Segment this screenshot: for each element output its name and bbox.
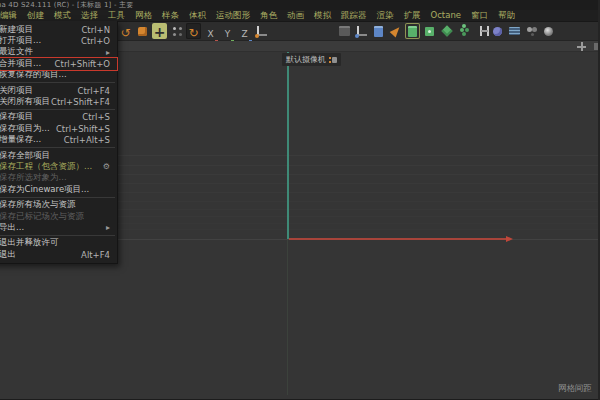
menu-item-label: 保存项目为... xyxy=(0,123,50,135)
axis-z-icon-button[interactable] xyxy=(237,23,252,39)
menu-item-label: 增量保存... xyxy=(0,134,41,146)
field-icon-button[interactable] xyxy=(473,23,488,39)
file-menu-item[interactable]: 最近文件▸ xyxy=(0,47,117,58)
menubar-item-运动图形[interactable]: 运动图形 xyxy=(211,10,255,22)
file-menu-item: 保存已标记场次与资源 xyxy=(0,211,117,222)
x-axis-arrow-icon xyxy=(506,236,513,242)
gear-icon: ⚙ xyxy=(103,163,110,171)
file-menu-item[interactable]: 保存所有场次与资源 xyxy=(0,199,117,210)
file-menu-item[interactable]: 保存为Cineware项目... xyxy=(0,184,117,195)
menubar-item-动画[interactable]: 动画 xyxy=(282,10,309,22)
coordinate-system-icon-button[interactable] xyxy=(254,23,269,39)
menubar-item-模拟[interactable]: 模拟 xyxy=(309,10,336,22)
render-view-icon xyxy=(339,26,350,36)
camera-label-chip[interactable]: 默认摄像机 xyxy=(282,53,341,66)
pen-spline-icon-button[interactable] xyxy=(388,23,403,39)
menubar-item-Octane[interactable]: Octane xyxy=(426,10,467,22)
move-tool-icon xyxy=(154,22,166,41)
menu-item-label: 保存为Cineware项目... xyxy=(0,184,89,196)
undo-icon-button[interactable] xyxy=(118,23,133,39)
file-menu-item[interactable]: 关闭项目Ctrl+F4 xyxy=(0,85,117,96)
axis-y-icon-button[interactable] xyxy=(220,23,235,39)
file-menu: 新建项目Ctrl+N打开项目...Ctrl+O最近文件▸合并项目...Ctrl+… xyxy=(0,21,118,264)
axis-x-icon xyxy=(207,22,213,41)
submenu-arrow-icon: ▸ xyxy=(106,48,110,57)
menu-separator xyxy=(0,109,115,110)
menu-item-label: 保存所有场次与资源 xyxy=(0,199,76,211)
menubar-item-模式[interactable]: 模式 xyxy=(49,10,76,22)
scale-tool-icon-button[interactable] xyxy=(169,23,184,39)
coordinate-system-icon xyxy=(257,26,267,36)
cube-primitive-icon-button[interactable] xyxy=(371,23,386,39)
submenu-arrow-icon: ▸ xyxy=(106,223,110,232)
file-menu-item[interactable]: 新建项目Ctrl+N xyxy=(0,24,117,35)
camera-label: 默认摄像机 xyxy=(286,54,326,65)
menu-item-label: 退出 xyxy=(0,249,16,261)
file-menu-item[interactable]: 保存全部项目 xyxy=(0,150,117,161)
light-icon xyxy=(544,27,553,36)
file-menu-item[interactable]: 保存项目为...Ctrl+Shift+S xyxy=(0,123,117,134)
file-menu-item[interactable]: 打开项目...Ctrl+O xyxy=(0,35,117,46)
toolbar-left-group xyxy=(118,23,271,39)
menubar-item-角色[interactable]: 角色 xyxy=(255,10,282,22)
file-menu-item-highlighted[interactable]: 合并项目...Ctrl+Shift+O xyxy=(0,58,117,69)
file-menu-item[interactable]: 关闭所有项目Ctrl+Shift+F4 xyxy=(0,96,117,107)
camera-toggle-icon[interactable] xyxy=(329,56,337,64)
render-settings-icon xyxy=(357,26,367,36)
menubar-item-工具[interactable]: 工具 xyxy=(103,10,130,22)
menu-item-label: 保存已标记场次与资源 xyxy=(0,211,84,223)
floor-icon-button[interactable] xyxy=(507,23,522,39)
menubar-item-扩展[interactable]: 扩展 xyxy=(399,10,426,22)
menubar-item-窗口[interactable]: 窗口 xyxy=(466,10,493,22)
menu-separator xyxy=(0,235,115,236)
axis-y-icon xyxy=(225,22,231,41)
axis-x-icon-button[interactable] xyxy=(203,23,218,39)
live-selection-icon xyxy=(138,27,147,36)
file-menu-item[interactable]: 导出...▸ xyxy=(0,222,117,233)
live-selection-icon-button[interactable] xyxy=(135,23,150,39)
file-menu-item[interactable]: 退出并释放许可 xyxy=(0,238,117,249)
title-bar: Cinema 4D S24.111 (RC) - [未标题 1] - 主要 xyxy=(0,0,598,10)
menubar-item-渲染[interactable]: 渲染 xyxy=(372,10,399,22)
menu-separator xyxy=(0,197,115,198)
light-icon-button[interactable] xyxy=(541,23,556,39)
viewport-nav-partial-icon[interactable] xyxy=(594,43,598,50)
camera-icon-button[interactable] xyxy=(524,23,539,39)
menu-item-label: 导出... xyxy=(0,222,24,234)
pan-view-icon[interactable] xyxy=(577,42,586,51)
file-menu-item[interactable]: 增量保存...Ctrl+Alt+S xyxy=(0,135,117,146)
rotate-tool-icon xyxy=(188,22,198,41)
file-menu-item[interactable]: 恢复保存的项目... xyxy=(0,70,117,81)
subdivision-surface-icon-button[interactable] xyxy=(405,23,420,39)
y-axis-negative-line xyxy=(287,240,288,395)
menu-item-label: 保存项目 xyxy=(0,111,33,123)
render-view-icon-button[interactable] xyxy=(337,23,352,39)
volume-icon-button[interactable] xyxy=(456,23,471,39)
menu-item-label: 打开项目... xyxy=(0,35,41,47)
menu-item-label: 关闭项目 xyxy=(0,85,33,97)
menubar-item-样条[interactable]: 样条 xyxy=(157,10,184,22)
rotate-tool-icon-button[interactable] xyxy=(186,23,201,39)
menubar-item-跟踪器[interactable]: 跟踪器 xyxy=(336,10,372,22)
menubar-item-网格[interactable]: 网格 xyxy=(130,10,157,22)
volume-icon xyxy=(460,28,464,32)
file-menu-item[interactable]: 退出Alt+F4 xyxy=(0,249,117,260)
menubar-item-编辑[interactable]: 编辑 xyxy=(0,10,22,22)
menubar-item-创建[interactable]: 创建 xyxy=(22,10,49,22)
window-title: Cinema 4D S24.111 (RC) - [未标题 1] - 主要 xyxy=(0,0,134,10)
menubar-item-帮助[interactable]: 帮助 xyxy=(493,10,520,22)
menubar-item-选择[interactable]: 选择 xyxy=(76,10,103,22)
move-tool-icon-button[interactable] xyxy=(152,23,167,39)
menu-item-label: 关闭所有项目 xyxy=(0,96,50,108)
generator-icon-button[interactable] xyxy=(422,23,437,39)
render-settings-icon-button[interactable] xyxy=(354,23,369,39)
menu-item-shortcut: Ctrl+S xyxy=(82,112,110,122)
menu-item-shortcut: Ctrl+Shift+F4 xyxy=(51,97,110,107)
file-menu-item[interactable]: 保存工程（包含资源）...⚙ xyxy=(0,161,117,172)
menubar-item-体积[interactable]: 体积 xyxy=(184,10,211,22)
deformer-icon-button[interactable] xyxy=(439,23,454,39)
file-menu-item[interactable]: 保存项目Ctrl+S xyxy=(0,112,117,123)
menu-item-label: 退出并释放许可 xyxy=(0,237,59,249)
menu-item-shortcut: Ctrl+Shift+S xyxy=(56,124,110,134)
simulate-icon-button[interactable] xyxy=(490,23,505,39)
